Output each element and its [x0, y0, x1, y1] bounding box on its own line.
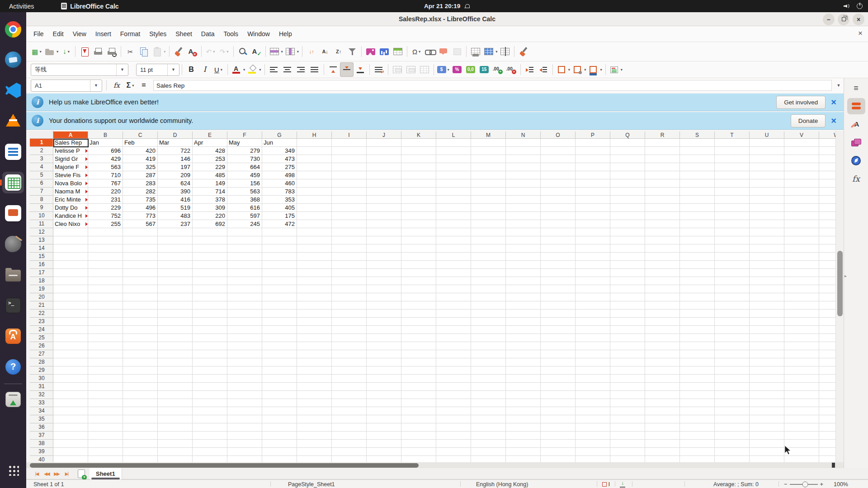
menu-data[interactable]: Data	[197, 28, 219, 40]
row-header-29[interactable]: 29	[30, 366, 53, 375]
sheet-grid[interactable]: Sales RepJanFebMarAprMayJunIvelisse P696…	[53, 139, 835, 462]
row-header-17[interactable]: 17	[30, 269, 53, 277]
dock-item-thunderbird[interactable]	[2, 49, 24, 70]
cell-C9[interactable]: 496	[123, 204, 157, 211]
row-header-26[interactable]: 26	[30, 342, 53, 350]
export-pdf-button[interactable]	[78, 44, 91, 59]
find-replace-button[interactable]	[236, 44, 250, 59]
formula-button[interactable]: =	[138, 80, 150, 91]
cell-F3[interactable]: 730	[227, 155, 262, 163]
sort-ascending-button[interactable]: A↓	[318, 44, 332, 59]
row-header-35[interactable]: 35	[30, 415, 53, 423]
cell-B4[interactable]: 563	[88, 163, 123, 171]
column-header-K[interactable]: K	[401, 131, 436, 139]
column-header-E[interactable]: E	[193, 131, 227, 139]
clone-formatting-button[interactable]	[172, 44, 185, 59]
menu-styles[interactable]: Styles	[145, 28, 171, 40]
cell-G3[interactable]: 473	[262, 155, 297, 163]
dock-item-vlc[interactable]	[2, 110, 24, 132]
column-header-U[interactable]: U	[750, 131, 784, 139]
focused-app-indicator[interactable]: LibreOffice Calc	[61, 3, 118, 10]
decrease-indent-button[interactable]	[537, 62, 550, 77]
save-button[interactable]: ↓▾	[59, 44, 73, 59]
row-header-3[interactable]: 3	[30, 155, 53, 163]
highlight-color-button[interactable]: ▾	[246, 62, 262, 77]
insert-pivot-table-button[interactable]	[391, 44, 405, 59]
cell-E9[interactable]: 309	[193, 204, 227, 211]
insert-hyperlink-button[interactable]	[423, 44, 437, 59]
column-header-J[interactable]: J	[367, 131, 401, 139]
cell-B11[interactable]: 255	[88, 220, 123, 228]
cell-A2[interactable]: Ivelisse P	[53, 147, 88, 155]
first-sheet-button[interactable]: |◀	[32, 471, 42, 476]
dropdown-arrow-icon[interactable]: ▾	[243, 67, 245, 72]
row-header-18[interactable]: 18	[30, 277, 53, 285]
column-header-P[interactable]: P	[576, 131, 610, 139]
dock-item-gimp[interactable]	[2, 233, 24, 255]
insert-rows-button[interactable]: ▾	[268, 44, 284, 59]
column-header-Q[interactable]: Q	[610, 131, 645, 139]
menu-insert[interactable]: Insert	[91, 28, 116, 40]
row-header-16[interactable]: 16	[30, 261, 53, 269]
clear-formatting-button[interactable]	[185, 44, 199, 59]
menu-sheet[interactable]: Sheet	[171, 28, 197, 40]
add-sheet-button[interactable]	[78, 469, 85, 478]
column-header-V[interactable]: V	[784, 131, 819, 139]
menu-window[interactable]: Window	[243, 28, 274, 40]
row-header-1[interactable]: 1	[30, 139, 53, 147]
row-header-20[interactable]: 20	[30, 293, 53, 301]
cell-A11[interactable]: Cleo Nixo	[53, 220, 88, 228]
title-bar[interactable]: SalesRep.xlsx - LibreOffice Calc – ×	[26, 12, 868, 26]
cell-C6[interactable]: 283	[123, 179, 157, 187]
row-header-21[interactable]: 21	[30, 301, 53, 310]
row-header-27[interactable]: 27	[30, 350, 53, 358]
row-header-22[interactable]: 22	[30, 310, 53, 318]
select-all-corner[interactable]	[30, 131, 53, 139]
cell-A3[interactable]: Sigrid Gr	[53, 155, 88, 163]
cell-G9[interactable]: 405	[262, 204, 297, 211]
column-header-O[interactable]: O	[541, 131, 576, 139]
dock-item-trash[interactable]	[2, 389, 24, 410]
dock-item-help[interactable]	[2, 356, 24, 378]
cell-E7[interactable]: 714	[193, 188, 227, 195]
column-header-N[interactable]: N	[506, 131, 541, 139]
column-header-M[interactable]: M	[471, 131, 506, 139]
column-header-S[interactable]: S	[680, 131, 715, 139]
menu-tools[interactable]: Tools	[219, 28, 243, 40]
dock-item-lo-impress[interactable]	[2, 202, 24, 224]
cell-F9[interactable]: 616	[227, 204, 262, 211]
column-header-W[interactable]: W	[819, 131, 835, 139]
cell-E10[interactable]: 220	[193, 212, 227, 220]
dropdown-arrow-icon[interactable]: ▾	[568, 67, 570, 72]
row-header-12[interactable]: 12	[30, 228, 53, 236]
close-icon[interactable]: ×	[831, 116, 836, 126]
row-header-10[interactable]: 10	[30, 212, 53, 220]
delete-decimal-button[interactable]	[505, 62, 518, 77]
formula-input-line[interactable]: Sales Rep	[153, 80, 832, 91]
row-header-38[interactable]: 38	[30, 440, 53, 448]
close-icon[interactable]: ×	[831, 97, 836, 108]
sidebar-sidebar-settings-button[interactable]: ≡	[847, 80, 865, 96]
freeze-panes-button[interactable]: ▾	[482, 44, 498, 59]
cell-A7[interactable]: Naoma M	[53, 188, 88, 195]
menu-edit[interactable]: Edit	[48, 28, 68, 40]
column-header-I[interactable]: I	[332, 131, 367, 139]
cell-C2[interactable]: 420	[123, 147, 157, 155]
sidebar-styles-button[interactable]	[847, 116, 865, 132]
insert-chart-button[interactable]	[377, 44, 391, 59]
cell-A9[interactable]: Dotty Do	[53, 204, 88, 211]
align-top-button[interactable]	[326, 62, 340, 77]
menu-help[interactable]: Help	[274, 28, 297, 40]
sidebar-properties-button[interactable]	[847, 98, 865, 114]
cell-E8[interactable]: 378	[193, 196, 227, 203]
function-wizard-button[interactable]: fx	[111, 80, 123, 91]
show-draw-functions-button[interactable]	[517, 44, 530, 59]
cell-D11[interactable]: 237	[158, 220, 192, 228]
column-header-D[interactable]: D	[158, 131, 193, 139]
cell-C10[interactable]: 773	[123, 212, 157, 220]
print-preview-button[interactable]	[105, 44, 118, 59]
new-button[interactable]: ▦▾	[30, 44, 43, 59]
column-header-T[interactable]: T	[715, 131, 750, 139]
cell-B2[interactable]: 696	[88, 147, 123, 155]
cell-F7[interactable]: 563	[227, 188, 262, 195]
